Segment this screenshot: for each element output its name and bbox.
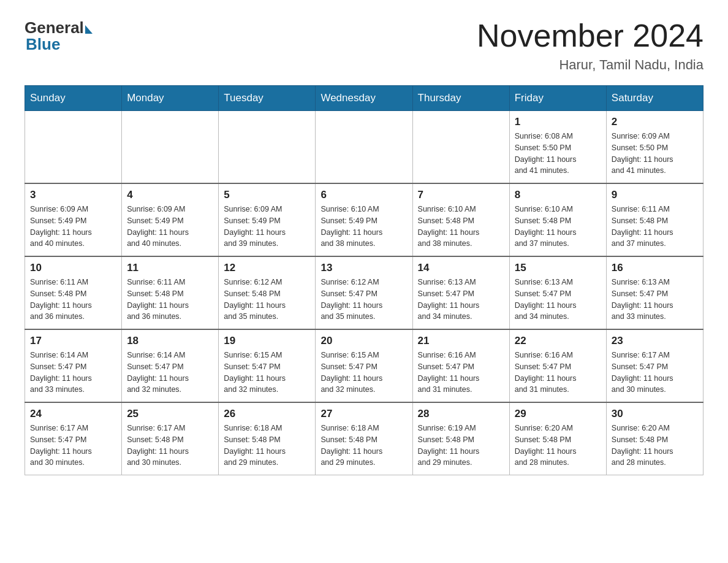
day-number: 2 — [612, 116, 698, 128]
calendar-cell: 28Sunrise: 6:19 AMSunset: 5:48 PMDayligh… — [412, 402, 509, 475]
day-info: Sunrise: 6:20 AMSunset: 5:48 PMDaylight:… — [612, 423, 698, 469]
page-header: General Blue November 2024 Harur, Tamil … — [25, 18, 703, 73]
day-of-week-header: Sunday — [25, 86, 122, 111]
calendar-cell: 12Sunrise: 6:12 AMSunset: 5:48 PMDayligh… — [219, 256, 316, 329]
day-number: 11 — [127, 262, 213, 274]
calendar-cell: 1Sunrise: 6:08 AMSunset: 5:50 PMDaylight… — [509, 111, 606, 184]
day-of-week-header: Saturday — [606, 86, 703, 111]
logo-blue-text: Blue — [26, 35, 60, 54]
calendar-week-row: 17Sunrise: 6:14 AMSunset: 5:47 PMDayligh… — [25, 329, 703, 402]
calendar-cell: 21Sunrise: 6:16 AMSunset: 5:47 PMDayligh… — [412, 329, 509, 402]
day-info: Sunrise: 6:17 AMSunset: 5:48 PMDaylight:… — [127, 423, 213, 469]
calendar-cell: 5Sunrise: 6:09 AMSunset: 5:49 PMDaylight… — [219, 183, 316, 256]
day-info: Sunrise: 6:13 AMSunset: 5:47 PMDaylight:… — [515, 277, 601, 323]
location-text: Harur, Tamil Nadu, India — [477, 57, 703, 73]
day-number: 17 — [30, 335, 116, 347]
calendar-cell: 16Sunrise: 6:13 AMSunset: 5:47 PMDayligh… — [606, 256, 703, 329]
day-number: 8 — [515, 189, 601, 201]
day-info: Sunrise: 6:13 AMSunset: 5:47 PMDaylight:… — [612, 277, 698, 323]
day-of-week-header: Wednesday — [316, 86, 412, 111]
calendar-cell — [122, 111, 219, 184]
day-number: 29 — [515, 408, 601, 420]
day-number: 15 — [515, 262, 601, 274]
day-number: 28 — [418, 408, 504, 420]
day-info: Sunrise: 6:09 AMSunset: 5:49 PMDaylight:… — [30, 204, 116, 250]
calendar-cell: 26Sunrise: 6:18 AMSunset: 5:48 PMDayligh… — [219, 402, 316, 475]
day-number: 27 — [320, 408, 407, 420]
day-number: 25 — [127, 408, 213, 420]
calendar-cell — [25, 111, 122, 184]
day-number: 5 — [224, 189, 310, 201]
day-info: Sunrise: 6:19 AMSunset: 5:48 PMDaylight:… — [418, 423, 504, 469]
day-number: 12 — [224, 262, 310, 274]
calendar-cell: 11Sunrise: 6:11 AMSunset: 5:48 PMDayligh… — [122, 256, 219, 329]
calendar-cell: 27Sunrise: 6:18 AMSunset: 5:48 PMDayligh… — [316, 402, 412, 475]
calendar-cell: 22Sunrise: 6:16 AMSunset: 5:47 PMDayligh… — [509, 329, 606, 402]
day-info: Sunrise: 6:09 AMSunset: 5:50 PMDaylight:… — [612, 131, 698, 177]
day-number: 26 — [224, 408, 310, 420]
calendar-header-row: SundayMondayTuesdayWednesdayThursdayFrid… — [25, 86, 703, 111]
calendar-cell: 15Sunrise: 6:13 AMSunset: 5:47 PMDayligh… — [509, 256, 606, 329]
day-number: 10 — [30, 262, 116, 274]
logo-triangle-icon — [85, 25, 93, 34]
calendar-cell: 18Sunrise: 6:14 AMSunset: 5:47 PMDayligh… — [122, 329, 219, 402]
logo: General Blue — [25, 18, 93, 54]
day-number: 6 — [320, 189, 407, 201]
calendar-cell: 9Sunrise: 6:11 AMSunset: 5:48 PMDaylight… — [606, 183, 703, 256]
calendar-cell: 23Sunrise: 6:17 AMSunset: 5:47 PMDayligh… — [606, 329, 703, 402]
day-info: Sunrise: 6:13 AMSunset: 5:47 PMDaylight:… — [418, 277, 504, 323]
calendar-cell: 17Sunrise: 6:14 AMSunset: 5:47 PMDayligh… — [25, 329, 122, 402]
day-number: 18 — [127, 335, 213, 347]
day-number: 24 — [30, 408, 116, 420]
calendar-cell: 7Sunrise: 6:10 AMSunset: 5:48 PMDaylight… — [412, 183, 509, 256]
day-info: Sunrise: 6:14 AMSunset: 5:47 PMDaylight:… — [127, 350, 213, 396]
day-info: Sunrise: 6:11 AMSunset: 5:48 PMDaylight:… — [127, 277, 213, 323]
calendar-cell: 14Sunrise: 6:13 AMSunset: 5:47 PMDayligh… — [412, 256, 509, 329]
day-info: Sunrise: 6:09 AMSunset: 5:49 PMDaylight:… — [127, 204, 213, 250]
day-number: 7 — [418, 189, 504, 201]
day-info: Sunrise: 6:12 AMSunset: 5:48 PMDaylight:… — [224, 277, 310, 323]
calendar-cell: 20Sunrise: 6:15 AMSunset: 5:47 PMDayligh… — [316, 329, 412, 402]
calendar-cell: 3Sunrise: 6:09 AMSunset: 5:49 PMDaylight… — [25, 183, 122, 256]
calendar-cell — [412, 111, 509, 184]
day-number: 9 — [612, 189, 698, 201]
calendar-cell: 19Sunrise: 6:15 AMSunset: 5:47 PMDayligh… — [219, 329, 316, 402]
calendar-cell: 30Sunrise: 6:20 AMSunset: 5:48 PMDayligh… — [606, 402, 703, 475]
calendar-cell: 6Sunrise: 6:10 AMSunset: 5:49 PMDaylight… — [316, 183, 412, 256]
day-info: Sunrise: 6:16 AMSunset: 5:47 PMDaylight:… — [515, 350, 601, 396]
day-number: 14 — [418, 262, 504, 274]
day-number: 4 — [127, 189, 213, 201]
day-info: Sunrise: 6:12 AMSunset: 5:47 PMDaylight:… — [320, 277, 407, 323]
day-number: 22 — [515, 335, 601, 347]
day-info: Sunrise: 6:14 AMSunset: 5:47 PMDaylight:… — [30, 350, 116, 396]
calendar-week-row: 1Sunrise: 6:08 AMSunset: 5:50 PMDaylight… — [25, 111, 703, 184]
calendar-cell: 25Sunrise: 6:17 AMSunset: 5:48 PMDayligh… — [122, 402, 219, 475]
day-info: Sunrise: 6:18 AMSunset: 5:48 PMDaylight:… — [224, 423, 310, 469]
day-of-week-header: Friday — [509, 86, 606, 111]
calendar-table: SundayMondayTuesdayWednesdayThursdayFrid… — [25, 85, 703, 475]
day-info: Sunrise: 6:15 AMSunset: 5:47 PMDaylight:… — [320, 350, 407, 396]
calendar-cell: 4Sunrise: 6:09 AMSunset: 5:49 PMDaylight… — [122, 183, 219, 256]
day-info: Sunrise: 6:10 AMSunset: 5:48 PMDaylight:… — [418, 204, 504, 250]
month-title: November 2024 — [477, 18, 703, 53]
day-number: 1 — [515, 116, 601, 128]
day-info: Sunrise: 6:15 AMSunset: 5:47 PMDaylight:… — [224, 350, 310, 396]
calendar-cell: 13Sunrise: 6:12 AMSunset: 5:47 PMDayligh… — [316, 256, 412, 329]
calendar-cell: 10Sunrise: 6:11 AMSunset: 5:48 PMDayligh… — [25, 256, 122, 329]
day-number: 21 — [418, 335, 504, 347]
day-info: Sunrise: 6:08 AMSunset: 5:50 PMDaylight:… — [515, 131, 601, 177]
calendar-cell — [316, 111, 412, 184]
day-info: Sunrise: 6:11 AMSunset: 5:48 PMDaylight:… — [30, 277, 116, 323]
day-number: 16 — [612, 262, 698, 274]
day-info: Sunrise: 6:16 AMSunset: 5:47 PMDaylight:… — [418, 350, 504, 396]
day-of-week-header: Monday — [122, 86, 219, 111]
day-number: 30 — [612, 408, 698, 420]
calendar-week-row: 3Sunrise: 6:09 AMSunset: 5:49 PMDaylight… — [25, 183, 703, 256]
day-info: Sunrise: 6:10 AMSunset: 5:49 PMDaylight:… — [320, 204, 407, 250]
calendar-week-row: 24Sunrise: 6:17 AMSunset: 5:47 PMDayligh… — [25, 402, 703, 475]
calendar-cell: 8Sunrise: 6:10 AMSunset: 5:48 PMDaylight… — [509, 183, 606, 256]
calendar-cell: 24Sunrise: 6:17 AMSunset: 5:47 PMDayligh… — [25, 402, 122, 475]
calendar-cell: 29Sunrise: 6:20 AMSunset: 5:48 PMDayligh… — [509, 402, 606, 475]
calendar-cell — [219, 111, 316, 184]
day-info: Sunrise: 6:17 AMSunset: 5:47 PMDaylight:… — [612, 350, 698, 396]
